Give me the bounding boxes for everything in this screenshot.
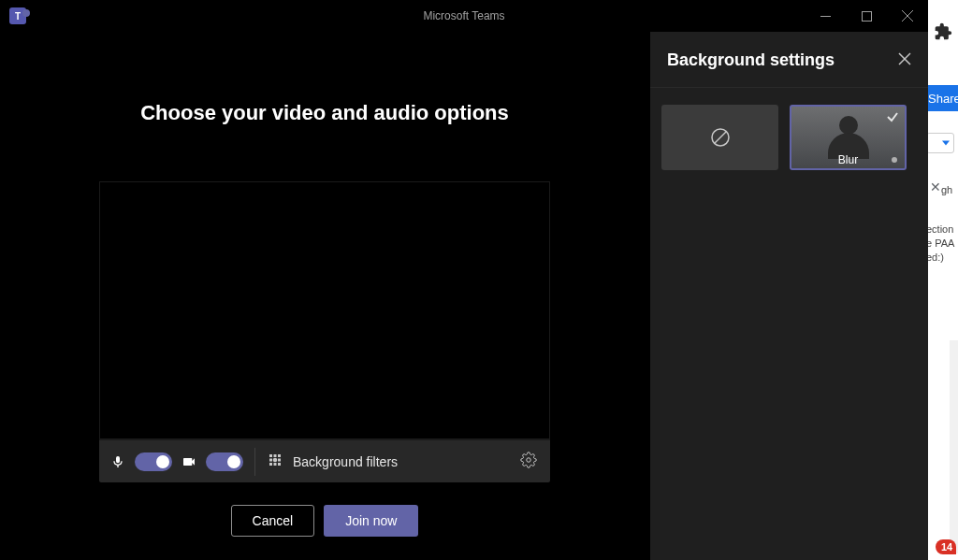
camera-icon bbox=[181, 454, 196, 469]
svg-line-8 bbox=[715, 132, 726, 143]
scrollbar-hint bbox=[950, 340, 958, 553]
none-icon bbox=[709, 126, 732, 149]
text-fragment: ed:) bbox=[928, 251, 944, 264]
dropdown-indicator[interactable] bbox=[928, 133, 954, 153]
text-fragment: ection bbox=[928, 223, 953, 236]
maximize-button[interactable] bbox=[846, 0, 887, 32]
extension-icon[interactable] bbox=[934, 22, 952, 44]
close-glyph[interactable]: ✕ bbox=[930, 179, 941, 194]
text-fragment: gh bbox=[941, 183, 952, 196]
device-settings-button[interactable] bbox=[520, 452, 550, 472]
svg-rect-1 bbox=[862, 11, 871, 21]
action-row: Cancel Join now bbox=[231, 505, 419, 537]
window-title: Microsoft Teams bbox=[423, 9, 504, 22]
background-filters-icon bbox=[267, 452, 283, 472]
cancel-button[interactable]: Cancel bbox=[231, 505, 315, 537]
panel-body: Blur bbox=[650, 88, 928, 187]
background-filters-label: Background filters bbox=[293, 454, 398, 469]
share-button[interactable]: Share bbox=[928, 85, 958, 111]
panel-close-button[interactable] bbox=[898, 52, 911, 69]
text-fragment: e PAA bbox=[928, 237, 954, 250]
teams-app-icon: T bbox=[9, 7, 26, 24]
page-heading: Choose your video and audio options bbox=[140, 101, 509, 125]
panel-header: Background settings bbox=[650, 32, 928, 88]
notification-badge: 14 bbox=[936, 539, 956, 554]
svg-point-4 bbox=[527, 457, 531, 462]
minimize-button[interactable] bbox=[805, 0, 846, 32]
join-now-button[interactable]: Join now bbox=[324, 505, 418, 537]
video-preview bbox=[99, 181, 550, 439]
microphone-icon bbox=[110, 454, 125, 469]
panel-title: Background settings bbox=[667, 50, 835, 70]
background-tile-blur[interactable]: Blur bbox=[790, 105, 907, 170]
teams-window: T Microsoft Teams Choose your video and … bbox=[0, 0, 928, 560]
camera-toggle[interactable] bbox=[206, 452, 243, 471]
background-filters-button[interactable]: Background filters bbox=[255, 452, 550, 472]
titlebar: T Microsoft Teams bbox=[0, 0, 928, 32]
tile-caption: Blur bbox=[838, 153, 858, 166]
window-controls bbox=[805, 0, 928, 32]
selected-check-icon bbox=[886, 110, 899, 127]
prejoin-main: Choose your video and audio options bbox=[0, 32, 649, 560]
microphone-toggle[interactable] bbox=[135, 452, 172, 471]
background-tile-none[interactable] bbox=[661, 105, 778, 170]
close-button[interactable] bbox=[887, 0, 928, 32]
tile-indicator-dot bbox=[892, 157, 897, 163]
background-window-strip: Share ✕ gh ection e PAA ed:) 14 bbox=[928, 0, 958, 560]
background-settings-panel: Background settings Blur bbox=[649, 32, 928, 560]
device-toolbar: Background filters bbox=[99, 439, 550, 482]
